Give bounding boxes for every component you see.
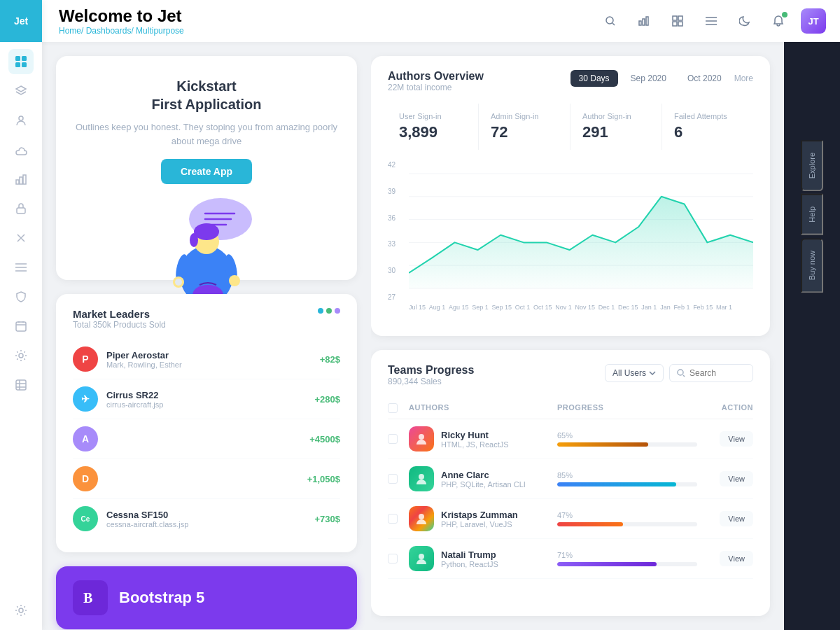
svg-point-10 <box>19 354 23 358</box>
chart-area: 42 39 36 33 30 27 <box>388 161 753 322</box>
teams-title-area: Teams Progress 890,344 Sales <box>388 364 474 386</box>
view-button-1[interactable]: View <box>720 471 753 486</box>
kickstart-title: KickstartFirst Application <box>73 77 340 113</box>
market-leaders-list: P Piper Aerostar Mark, Rowling, Esther +… <box>73 340 340 538</box>
teams-progress-header: Teams Progress 890,344 Sales All Users <box>388 364 753 386</box>
left-panel: KickstartFirst Application Outlines keep… <box>42 42 371 630</box>
view-button-2[interactable]: View <box>720 511 753 526</box>
header-checkbox[interactable] <box>388 403 398 413</box>
author-avatar-3 <box>409 546 434 571</box>
author-skills-3: Python, ReactJS <box>441 560 498 568</box>
sidebar-item-close[interactable] <box>8 225 34 251</box>
stat-user-signin: User Sign-in 3,899 <box>388 104 479 150</box>
market-leaders-title-area: Market Leaders Total 350k Products Sold <box>73 308 166 340</box>
sidebar-item-lock[interactable] <box>8 196 34 221</box>
row-checkbox-2[interactable] <box>388 514 398 524</box>
progress-cell-3: 71% <box>557 551 697 566</box>
svg-rect-5 <box>16 180 19 184</box>
breadcrumb: Home/ Dashboards/ Multipurpose <box>59 26 184 36</box>
notifications-icon[interactable] <box>767 10 790 32</box>
svg-rect-14 <box>639 21 641 25</box>
sidebar-item-menu[interactable] <box>8 255 34 280</box>
market-leaders-title: Market Leaders <box>73 308 166 320</box>
sidebar-item-table[interactable] <box>8 372 34 398</box>
stats-row: User Sign-in 3,899 Admin Sign-in 72 Auth… <box>388 104 753 150</box>
search-box <box>669 364 753 382</box>
bootstrap-card: B Bootstrap 5 <box>56 566 357 629</box>
tab-30-days[interactable]: 30 Days <box>570 70 618 87</box>
sidebar-item-user[interactable] <box>8 108 34 133</box>
author-cell-0: Ricky Hunt HTML, JS, ReactJS <box>409 426 557 451</box>
search-input[interactable] <box>690 368 746 378</box>
sidebar-footer <box>8 591 34 630</box>
breadcrumb-dashboards[interactable]: Dashboards/ <box>86 26 134 36</box>
stat-admin-signin: Admin Sign-in 72 <box>479 104 570 150</box>
breadcrumb-home[interactable]: Home/ <box>59 26 83 36</box>
sidebar-item-chart[interactable] <box>8 167 34 192</box>
svg-rect-9 <box>16 322 26 331</box>
sidebar-item-layers[interactable] <box>8 78 34 104</box>
market-icon-2: A <box>73 426 98 451</box>
theme-toggle-icon[interactable] <box>734 10 756 32</box>
row-checkbox-0[interactable] <box>388 434 398 444</box>
menu-icon[interactable] <box>700 10 722 32</box>
create-app-button[interactable]: Create App <box>161 159 252 184</box>
svg-point-47 <box>419 554 424 559</box>
svg-text:B: B <box>83 590 92 606</box>
explore-button[interactable]: Explore <box>801 140 823 191</box>
chart-svg <box>409 161 753 301</box>
tab-oct-2020[interactable]: Oct 2020 <box>679 70 730 87</box>
market-price-1: +280$ <box>314 394 340 405</box>
author-skills-1: PHP, SQLite, Artisan CLI <box>441 480 526 489</box>
x-oct1: Oct 1 <box>515 304 531 311</box>
sidebar-item-settings2[interactable] <box>8 343 34 368</box>
settings-icon[interactable] <box>8 598 34 623</box>
svg-rect-0 <box>15 56 20 61</box>
main-area: Welcome to Jet Home/ Dashboards/ Multipu… <box>42 0 840 630</box>
buynow-button[interactable]: Buy now <box>801 238 823 293</box>
search-icon[interactable] <box>599 10 622 32</box>
progress-bar-fill-1 <box>557 482 676 486</box>
action-cell-0: View <box>697 431 753 447</box>
avatar[interactable]: JT <box>801 8 826 34</box>
tab-sep-2020[interactable]: Sep 2020 <box>622 70 675 87</box>
svg-point-46 <box>419 514 424 519</box>
kickstart-description: Outlines keep you honest. They stoping y… <box>73 120 340 148</box>
view-button-0[interactable]: View <box>720 431 753 447</box>
x-feb15: Feb 15 <box>693 304 713 311</box>
grid-icon[interactable] <box>666 10 689 32</box>
author-cell-1: Anne Clarc PHP, SQLite, Artisan CLI <box>409 466 557 491</box>
progress-pct-0: 65% <box>557 431 697 440</box>
view-button-3[interactable]: View <box>720 551 753 566</box>
author-cell-3: Natali Trump Python, ReactJS <box>409 546 557 571</box>
author-cell-2: Kristaps Zumman PHP, Laravel, VueJS <box>409 506 557 531</box>
sidebar: Jet <box>0 0 42 630</box>
market-name-0: Piper Aerostar <box>106 350 320 360</box>
analytics-icon[interactable] <box>633 10 655 32</box>
all-users-label: All Users <box>612 368 646 378</box>
row-checkbox-1[interactable] <box>388 474 398 484</box>
topbar-left: Welcome to Jet Home/ Dashboards/ Multipu… <box>59 6 184 36</box>
row-checkbox-3[interactable] <box>388 554 398 564</box>
col-progress-header: PROGRESS <box>557 403 697 413</box>
sidebar-item-calendar[interactable] <box>8 314 34 339</box>
tab-more[interactable]: More <box>734 74 753 83</box>
svg-point-29 <box>190 233 198 247</box>
app-logo[interactable]: Jet <box>0 0 42 42</box>
action-cell-3: View <box>697 551 753 566</box>
market-item-4: Ce Cessna SF150 cessna-aircraft.class.js… <box>73 499 340 538</box>
sidebar-item-grid[interactable] <box>8 49 34 74</box>
sidebar-item-shield[interactable] <box>8 284 34 309</box>
help-button[interactable]: Help <box>801 194 823 235</box>
x-sep1: Sep 1 <box>472 304 489 311</box>
x-dec1: Dec 1 <box>598 304 615 311</box>
bootstrap-icon: B <box>73 580 108 615</box>
stat-label-2: Author Sign-in <box>582 112 650 120</box>
progress-pct-1: 85% <box>557 471 697 479</box>
market-info-0: Piper Aerostar Mark, Rowling, Esther <box>106 350 320 369</box>
market-icon-3: D <box>73 466 98 491</box>
all-users-select[interactable]: All Users <box>605 364 664 382</box>
topbar: Welcome to Jet Home/ Dashboards/ Multipu… <box>42 0 840 42</box>
author-skills-0: HTML, JS, ReactJS <box>441 440 509 449</box>
sidebar-item-cloud[interactable] <box>8 137 34 162</box>
